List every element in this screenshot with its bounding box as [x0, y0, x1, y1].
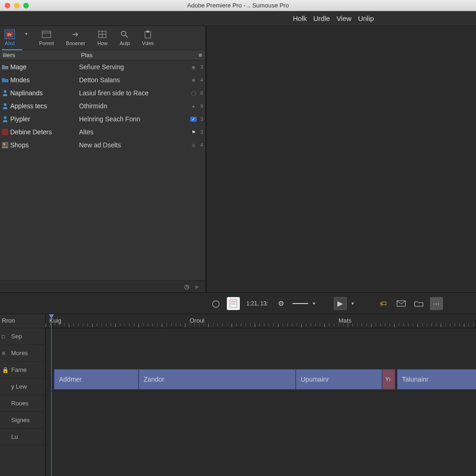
dropdown-caret-icon[interactable]: ▾ [313, 301, 315, 306]
row-badge-icon[interactable]: ● [189, 102, 198, 110]
project-row[interactable]: Debine Deters Altes ⚑ 3 [0, 126, 205, 139]
clipboard-icon [143, 30, 153, 39]
play-small-icon[interactable]: ▹ [196, 283, 199, 290]
track-label[interactable]: ≡Mores [0, 345, 45, 362]
tool-pomnt[interactable]: Pomnt [37, 29, 56, 47]
marker-icon[interactable]: ◯ [209, 297, 222, 310]
project-row[interactable]: Mage Señure Serving ◉ 3 [0, 60, 205, 73]
menu-urdle[interactable]: Urdle [313, 14, 330, 22]
project-row[interactable]: Shops New ad Dselts ⊖ 4 [0, 139, 205, 152]
row-name: Naplinands [10, 89, 79, 97]
timeline-clip[interactable]: Talunainr [397, 369, 476, 390]
maximize-window-button[interactable] [23, 3, 29, 8]
project-row[interactable]: Naplinands Lasiul firen side to Race ◯ 6 [0, 86, 205, 99]
svg-text:Pr: Pr [7, 33, 12, 37]
track-label[interactable]: Lu [0, 429, 45, 445]
track-label[interactable]: □Sep [0, 328, 45, 345]
minimize-window-button[interactable] [14, 3, 20, 8]
svg-rect-2 [42, 31, 51, 38]
row-desc: Altes [79, 128, 189, 136]
preview-panel[interactable] [206, 26, 476, 292]
tool-booener[interactable]: Booener [64, 29, 87, 47]
row-count: 9 [198, 104, 205, 109]
timeline-clip[interactable]: Addmer [54, 369, 139, 390]
grid-icon [97, 30, 107, 39]
svg-point-7 [121, 31, 126, 36]
project-rows: Mage Señure Serving ◉ 3 Mndes Detton Sal… [0, 60, 205, 280]
timeline-area: Rron □Sep≡Mores🔒Famey LewRooesSignesLu K… [0, 314, 476, 476]
svg-point-13 [4, 116, 7, 119]
timeline-clip[interactable]: Zandor [139, 369, 296, 390]
menu-view[interactable]: View [337, 14, 351, 22]
row-name: Appless tecs [10, 102, 79, 110]
play-dropdown-icon[interactable]: ▾ [351, 301, 354, 306]
row-badge-icon[interactable]: ◉ [189, 63, 198, 71]
play-button[interactable]: ▶ [334, 297, 347, 310]
row-desc: New ad Dselts [79, 141, 189, 149]
project-row[interactable]: Mndes Detton Salans ⊗ 4 [0, 73, 205, 86]
row-count: 4 [198, 143, 205, 148]
menu-unlip[interactable]: Unlip [358, 14, 374, 22]
window-title: Adobe Premiere Pro - .. Sumouse Pro [0, 2, 476, 9]
tool-label: Booener [66, 40, 86, 46]
row-count: 4 [198, 78, 205, 83]
timeline-body[interactable]: KuigOroulMats AddmerZandorUpumainrYıTalu… [46, 314, 476, 476]
tool-label: Alxd [5, 40, 14, 46]
column-header-name[interactable]: iliers [0, 52, 79, 59]
track-name: Mores [11, 350, 28, 357]
dropdown-icon[interactable]: ▾ [25, 31, 27, 36]
clock-icon[interactable]: ◷ [184, 283, 189, 290]
ruler-label: Mats [338, 317, 351, 324]
row-name: Shops [10, 141, 79, 149]
video-track[interactable]: AddmerZandorUpumainrYıTalunainr [46, 367, 476, 391]
track-labels: Rron □Sep≡Mores🔒Famey LewRooesSignesLu [0, 314, 46, 476]
timeline-clip[interactable]: Upumainr [296, 369, 382, 390]
row-badge-icon[interactable]: ⚑ [189, 128, 198, 136]
row-name: Mndes [10, 76, 79, 84]
row-desc: Señure Serving [79, 63, 189, 71]
row-badge-icon[interactable]: ⊖ [189, 141, 198, 149]
row-type-icon [0, 103, 10, 109]
project-row[interactable]: Appless tecs Othirmidn ● 9 [0, 99, 205, 112]
track-name: Lu [11, 433, 18, 440]
row-badge-icon[interactable]: ◯ [189, 89, 198, 97]
track-label[interactable]: Rooes [0, 395, 45, 412]
track-icon: □ [2, 333, 8, 340]
row-count: 6 [198, 91, 205, 96]
timeline-clip[interactable]: Yı [382, 369, 395, 390]
column-header-desc[interactable]: Plas [79, 52, 195, 59]
color-tag-icon[interactable]: 🏷 [377, 297, 390, 310]
timeline-ruler[interactable]: KuigOroulMats [46, 314, 476, 328]
timecode-display[interactable]: 1:21, 13: [246, 300, 268, 307]
track-label[interactable]: y Lew [0, 378, 45, 395]
project-row[interactable]: Piypler Helnring Seach Fonn ✓ 3 [0, 112, 205, 126]
window-title-bar: Adobe Premiere Pro - .. Sumouse Pro [0, 0, 476, 11]
menu-bar: Holk Urdle View Unlip [0, 11, 476, 26]
tool-alxd[interactable]: Pr Alxd [3, 29, 17, 47]
track-label[interactable]: Signes [0, 412, 45, 429]
panel-menu-icon[interactable]: ≡ [195, 52, 205, 59]
line-tool-icon[interactable] [292, 303, 308, 304]
folder-small-icon[interactable] [412, 297, 425, 310]
track-name: Fame [11, 366, 26, 373]
tool-how[interactable]: How [95, 29, 109, 47]
more-options-icon[interactable]: ⋯ [430, 297, 443, 310]
note-icon[interactable] [227, 297, 240, 310]
mail-icon[interactable] [395, 297, 408, 310]
row-desc: Detton Salans [79, 76, 189, 84]
row-type-icon [0, 64, 10, 70]
traffic-lights [0, 3, 29, 8]
svg-point-12 [4, 103, 7, 106]
close-window-button[interactable] [5, 3, 10, 8]
row-badge-icon[interactable]: ⊗ [189, 76, 198, 84]
tool-vdes[interactable]: Vdes [140, 29, 155, 47]
track-label[interactable]: 🔒Fame [0, 362, 45, 378]
tool-label: Vdes [142, 40, 153, 46]
settings-gear-icon[interactable]: ⚙ [275, 297, 288, 310]
row-count: 3 [198, 65, 205, 70]
menu-holk[interactable]: Holk [293, 14, 307, 22]
row-badge-icon[interactable]: ✓ [189, 115, 198, 123]
upper-panels: Pr Alxd ▾ Pomnt Booener How Aulp [0, 26, 476, 293]
tool-label: Aulp [119, 40, 130, 46]
tool-aulp[interactable]: Aulp [118, 29, 132, 47]
